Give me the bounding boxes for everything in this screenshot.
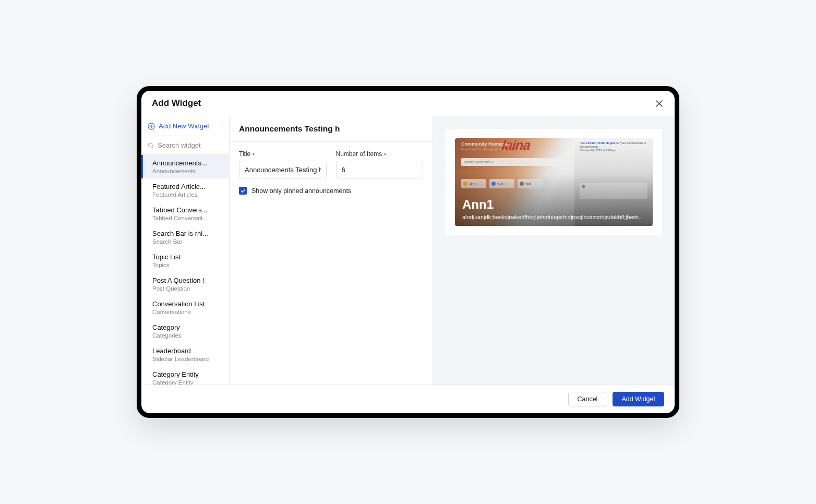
svg-point-1	[149, 143, 153, 147]
widget-item-title: Post A Question !	[152, 277, 222, 284]
widget-list-item[interactable]: CategoryCategories	[141, 319, 229, 343]
widget-list-item[interactable]: Featured Article...Featured Articles	[141, 178, 229, 202]
widget-item-subtitle: Category Entity	[152, 379, 222, 385]
widget-item-title: Topic List	[152, 253, 222, 261]
modal-header: Add Widget	[141, 91, 675, 116]
preview-panel: Community Homepage Community for all sup…	[433, 116, 675, 385]
widget-item-title: Category	[152, 323, 222, 331]
config-heading: Announcements Testing h	[239, 124, 423, 134]
modal-title: Add Widget	[152, 98, 201, 109]
number-label: Number of Items	[336, 150, 424, 158]
cancel-button[interactable]: Cancel	[568, 392, 606, 406]
widget-item-subtitle: Post Question	[152, 285, 222, 292]
pinned-checkbox[interactable]	[239, 187, 247, 195]
config-header: Announcements Testing h	[230, 116, 433, 142]
widget-item-title: Announcements...	[152, 159, 222, 167]
add-widget-button[interactable]: Add Widget	[613, 392, 664, 406]
widget-item-subtitle: Announcements	[152, 168, 222, 174]
widget-item-title: Category Entity	[152, 370, 222, 378]
modal-body: Add New Widget Announcements...Announcem…	[141, 116, 675, 385]
search-icon	[148, 142, 154, 149]
widget-item-subtitle: Sidebar Leaderboard	[152, 356, 222, 362]
sidebar: Add New Widget Announcements...Announcem…	[141, 116, 230, 385]
add-new-label: Add New Widget	[159, 122, 209, 130]
widget-item-subtitle: Search Bar	[152, 238, 222, 245]
widget-item-title: Tabbed Convers...	[152, 206, 222, 214]
widget-item-title: Conversation List	[152, 300, 222, 308]
close-button[interactable]	[654, 98, 664, 109]
number-input[interactable]	[336, 161, 424, 178]
title-field: Title	[239, 150, 327, 178]
title-label: Title	[239, 150, 327, 158]
modal-footer: Cancel Add Widget	[141, 385, 675, 413]
check-icon	[241, 188, 246, 194]
config-body: Title Number of Items Show only pinned a…	[230, 142, 433, 385]
plus-circle-icon	[148, 123, 155, 130]
number-field: Number of Items	[336, 150, 424, 178]
close-icon	[656, 100, 663, 107]
title-input[interactable]	[239, 161, 327, 178]
widget-list-item[interactable]: Category EntityCategory Entity	[141, 366, 229, 385]
widget-list-item[interactable]: Topic ListTopics	[141, 249, 229, 272]
widget-item-title: Leaderboard	[152, 347, 222, 355]
widget-list-item[interactable]: Post A Question !Post Question	[141, 272, 229, 296]
preview-image: Community Homepage Community for all sup…	[455, 138, 653, 226]
checkbox-label: Show only pinned announcements	[251, 187, 351, 195]
widget-item-title: Search Bar is rhi...	[152, 230, 222, 237]
search-input[interactable]	[158, 141, 223, 149]
preview-text: Ann1 alndjkanjdk;baskvjnakedfhio;ljehqfu…	[462, 197, 645, 220]
add-new-widget-button[interactable]: Add New Widget	[141, 116, 229, 136]
widget-item-subtitle: Featured Articles	[152, 191, 222, 198]
widget-list-item[interactable]: Conversation ListConversations	[141, 296, 229, 319]
config-panel: Announcements Testing h Title Number of …	[230, 116, 433, 385]
widget-item-subtitle: Tabbed Conversati...	[152, 215, 222, 221]
preview-title: Ann1	[462, 197, 645, 212]
search-row	[141, 136, 229, 155]
widget-item-title: Featured Article...	[152, 183, 222, 190]
widget-list[interactable]: Announcements...AnnouncementsFeatured Ar…	[141, 155, 229, 385]
widget-list-item[interactable]: Tabbed Convers...Tabbed Conversati...	[141, 202, 229, 225]
widget-list-item[interactable]: Search Bar is rhi...Search Bar	[141, 225, 229, 249]
form-row: Title Number of Items	[239, 150, 423, 178]
checkbox-row: Show only pinned announcements	[239, 187, 423, 195]
preview-card: Community Homepage Community for all sup…	[446, 129, 662, 235]
widget-item-subtitle: Topics	[152, 262, 222, 268]
widget-item-subtitle: Conversations	[152, 309, 222, 315]
widget-item-subtitle: Categories	[152, 332, 222, 339]
preview-desc: alndjkanjdk;baskvjnakedfhio;ljehqfuiopch…	[462, 214, 645, 220]
add-widget-modal: Add Widget Add New Widget Announcements.…	[141, 91, 675, 413]
widget-list-item[interactable]: Announcements...Announcements	[141, 155, 229, 178]
widget-list-item[interactable]: LeaderboardSidebar Leaderboard	[141, 343, 229, 366]
device-frame: Add Widget Add New Widget Announcements.…	[137, 86, 679, 418]
